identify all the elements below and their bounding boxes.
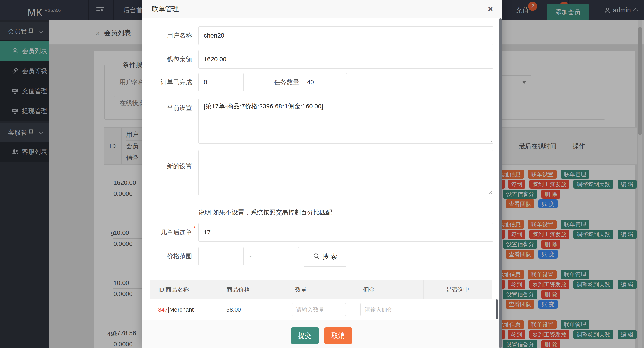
task-count-input[interactable] (302, 73, 347, 91)
product-table: ID|商品名称 商品价格 数量 佣金 是否选中 347|Merchant 58.… (150, 280, 492, 320)
app-root: MKV25.3.6 后台首页 充值 2 提现 5 ↻ admin 会员管理 (0, 0, 644, 348)
product-id-name: 347|Merchant (150, 299, 218, 320)
table-scrollbar-thumb[interactable] (496, 299, 498, 319)
chain-after-input[interactable] (198, 223, 493, 242)
close-icon[interactable]: × (487, 2, 494, 16)
col-quantity: 数量 (287, 280, 355, 299)
modal-footer: 提交 取消 (142, 320, 502, 348)
col-commission: 佣金 (355, 280, 424, 299)
setting-note: 说明:如果不设置，系统按照交易控制百分比匹配 (198, 208, 332, 217)
required-asterisk: * (194, 225, 196, 232)
product-id: 347 (158, 306, 168, 313)
current-setting-textarea[interactable]: [第17单-商品:7价格:2396.68*1佣金:160.00] (198, 99, 493, 144)
product-row: 347|Merchant 58.00 (150, 299, 492, 320)
col-selected: 是否选中 (424, 280, 492, 299)
modal-scrollbar-thumb[interactable] (499, 18, 502, 348)
modal-header: 联单管理 × (142, 0, 502, 18)
current-setting-label: 当前设置 (142, 99, 192, 117)
product-price: 58.00 (218, 299, 287, 320)
price-range-label: 价格范围 (142, 247, 192, 265)
search-button[interactable]: 搜 索 (304, 247, 346, 266)
chain-order-modal: 联单管理 × 用户名称 钱包余额 订单已完成 任务数量 当前设置 [第17单-商… (142, 0, 502, 348)
orders-done-input[interactable] (198, 73, 244, 91)
select-checkbox[interactable] (454, 306, 461, 313)
product-table-header: ID|商品名称 商品价格 数量 佣金 是否选中 (150, 280, 492, 299)
new-setting-textarea[interactable] (198, 150, 493, 195)
col-price: 商品价格 (218, 280, 287, 299)
price-max-input[interactable] (254, 247, 299, 265)
price-min-input[interactable] (198, 247, 244, 265)
orders-done-label: 订单已完成 (142, 73, 192, 91)
modal-title: 联单管理 (152, 0, 179, 18)
wallet-input[interactable] (198, 50, 493, 69)
username-label: 用户名称 (142, 26, 192, 45)
username-input[interactable] (198, 26, 493, 45)
commission-input[interactable] (360, 303, 414, 316)
wallet-label: 钱包余额 (142, 50, 192, 69)
new-setting-label: 新的设置 (142, 157, 192, 176)
quantity-input[interactable] (292, 303, 346, 316)
cancel-button[interactable]: 取消 (324, 327, 352, 344)
chain-after-label: 几单后连单 (142, 223, 192, 242)
submit-button[interactable]: 提交 (291, 327, 319, 344)
col-id-name: ID|商品名称 (150, 280, 218, 299)
search-button-label: 搜 索 (322, 253, 337, 260)
task-count-label: 任务数量 (263, 73, 299, 91)
search-icon (313, 253, 320, 260)
product-name: |Merchant (168, 306, 194, 313)
